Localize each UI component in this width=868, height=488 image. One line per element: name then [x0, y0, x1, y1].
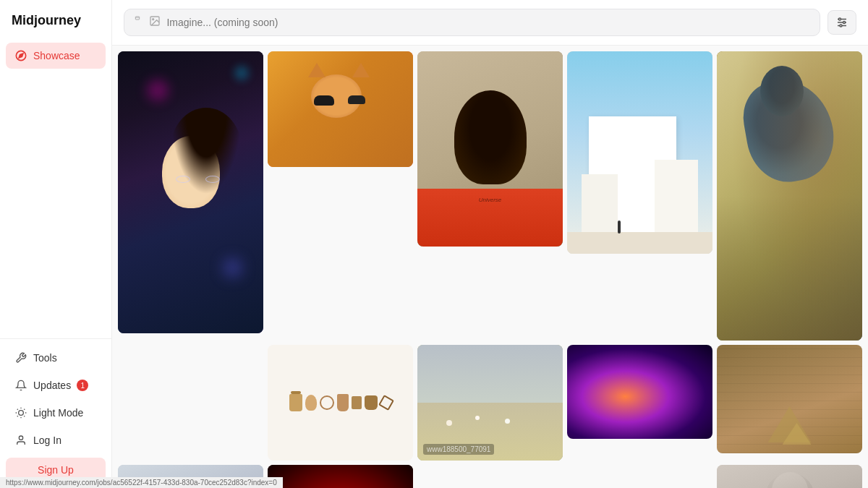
gallery: Universe [112, 46, 868, 488]
sidebar-item-showcase[interactable]: Showcase [6, 43, 106, 69]
svg-marker-1 [19, 53, 23, 58]
gallery-image-landscape[interactable]: www188500_77091 [417, 345, 563, 461]
search-input[interactable] [166, 17, 809, 28]
svg-line-6 [24, 416, 25, 416]
svg-point-20 [839, 18, 841, 20]
gallery-image-stone[interactable] [717, 465, 862, 488]
lightmode-label: Light Mode [33, 407, 83, 419]
sliders-icon [835, 16, 848, 29]
gallery-image-coffee[interactable] [268, 345, 413, 461]
sidebar-bottom: Tools Updates 1 Light Mode [0, 338, 111, 488]
updates-label: Updates [33, 380, 71, 391]
search-bar [124, 9, 820, 36]
sun-icon [14, 406, 27, 419]
svg-point-11 [19, 436, 22, 440]
sidebar: Midjourney Showcase Tools [0, 0, 112, 488]
image-label: www188500_77091 [423, 444, 494, 455]
status-url: https://www.midjourney.com/jobs/ac56522f… [0, 477, 283, 488]
svg-point-2 [19, 411, 24, 416]
svg-point-21 [843, 22, 846, 24]
image-grid: Universe [118, 51, 862, 488]
gallery-image-building[interactable] [567, 51, 712, 254]
sidebar-item-lightmode[interactable]: Light Mode [6, 400, 106, 426]
sidebar-item-login[interactable]: Log In [6, 427, 106, 453]
sidebar-item-tools[interactable]: Tools [6, 345, 106, 371]
main-content: Universe [112, 0, 868, 488]
tools-label: Tools [33, 352, 57, 364]
compass-icon [14, 49, 27, 62]
gallery-image-book[interactable] [717, 345, 862, 453]
person-icon [14, 434, 27, 447]
bell-icon [14, 379, 27, 392]
app-logo: Midjourney [0, 0, 111, 40]
svg-point-22 [840, 25, 842, 27]
gallery-image-eye[interactable] [567, 345, 712, 439]
svg-line-9 [17, 416, 18, 416]
gallery-image-1[interactable] [118, 51, 263, 333]
gallery-image-dragon[interactable] [717, 51, 862, 341]
gallery-image-gorilla[interactable]: Universe [417, 51, 563, 247]
svg-line-10 [24, 409, 25, 410]
updates-badge: 1 [77, 380, 88, 391]
sidebar-item-updates[interactable]: Updates 1 [6, 372, 106, 398]
search-icon [135, 15, 161, 30]
filter-button[interactable] [827, 10, 856, 35]
sidebar-nav: Showcase [0, 40, 111, 338]
gallery-image-clock[interactable] [268, 465, 413, 488]
svg-line-5 [17, 409, 18, 410]
tools-icon [14, 351, 27, 364]
header [112, 0, 868, 46]
gallery-image-cat[interactable] [268, 51, 413, 167]
login-label: Log In [33, 435, 61, 446]
svg-point-16 [153, 19, 154, 20]
sidebar-item-label: Showcase [33, 50, 80, 61]
svg-rect-13 [135, 17, 139, 20]
